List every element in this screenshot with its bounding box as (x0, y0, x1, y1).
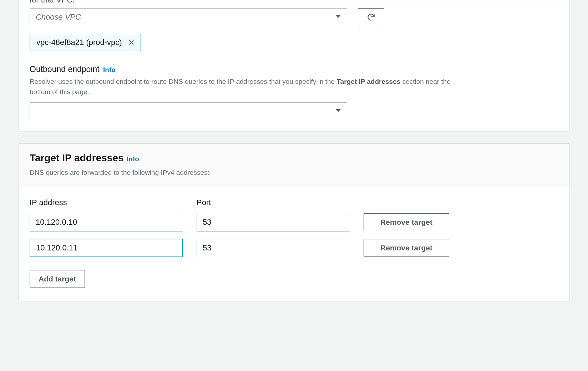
close-icon[interactable] (127, 38, 136, 47)
port-input[interactable] (197, 213, 350, 232)
remove-target-button[interactable]: Remove target (364, 213, 449, 231)
outbound-endpoint-select[interactable] (30, 102, 347, 120)
targets-subtitle: DNS queries are forwarded to the followi… (30, 167, 454, 178)
targets-header-row: IP address Port (19, 198, 569, 210)
target-row: Remove target (19, 213, 569, 232)
refresh-icon (366, 12, 376, 22)
ip-address-input[interactable] (30, 213, 183, 232)
vpc-chip[interactable]: vpc-48ef8a21 (prod-vpc) (30, 34, 141, 51)
remove-target-button[interactable]: Remove target (364, 239, 449, 257)
targets-info-link[interactable]: Info (127, 155, 139, 163)
column-port-label: Port (197, 198, 350, 207)
column-ip-label: IP address (30, 198, 183, 207)
ip-address-input[interactable] (30, 239, 183, 257)
chevron-down-icon (335, 108, 341, 115)
targets-title: Target IP addresses (30, 152, 124, 163)
outbound-info-link[interactable]: Info (103, 66, 116, 73)
outbound-endpoint-label: Outbound endpoint Info (30, 65, 558, 74)
chevron-down-icon (335, 14, 341, 21)
vpc-help-clipped: for that VPC. (30, 0, 558, 5)
outbound-help-text: Resolver uses the outbound endpoint to r… (30, 76, 454, 97)
target-ip-panel: Target IP addresses Info DNS queries are… (19, 143, 569, 301)
port-input[interactable] (197, 239, 350, 257)
vpc-select-placeholder: Choose VPC (36, 12, 81, 22)
target-row: Remove target (19, 239, 569, 257)
add-target-button[interactable]: Add target (30, 270, 85, 288)
vpc-endpoint-panel: for that VPC. Choose VPC vpc-48ef8a21 (p (19, 0, 569, 131)
vpc-select[interactable]: Choose VPC (30, 8, 347, 26)
vpc-chip-label: vpc-48ef8a21 (prod-vpc) (36, 38, 122, 47)
refresh-button[interactable] (358, 8, 384, 26)
